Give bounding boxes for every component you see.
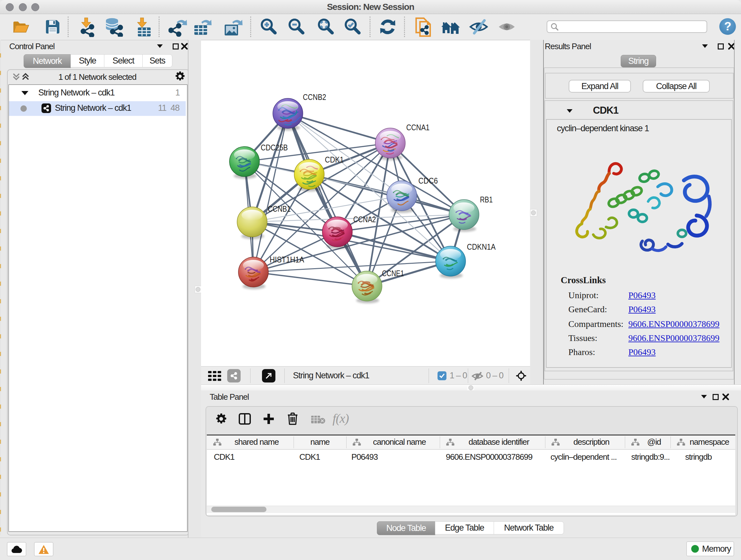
svg-text:HIST1H1A: HIST1H1A — [270, 255, 304, 264]
svg-text:CDC6: CDC6 — [418, 176, 438, 186]
svg-text:CCNB1: CCNB1 — [268, 204, 291, 213]
svg-text:RB1: RB1 — [480, 195, 493, 204]
svg-text:CDC25B: CDC25B — [261, 143, 288, 152]
svg-text:CCNA1: CCNA1 — [406, 123, 429, 132]
svg-text:CDKN1A: CDKN1A — [467, 242, 495, 252]
svg-text:CCNE1: CCNE1 — [382, 268, 404, 278]
svg-text:CCNB2: CCNB2 — [303, 92, 326, 102]
svg-text:CDK1: CDK1 — [325, 155, 344, 165]
svg-text:CCNA2: CCNA2 — [353, 214, 376, 224]
